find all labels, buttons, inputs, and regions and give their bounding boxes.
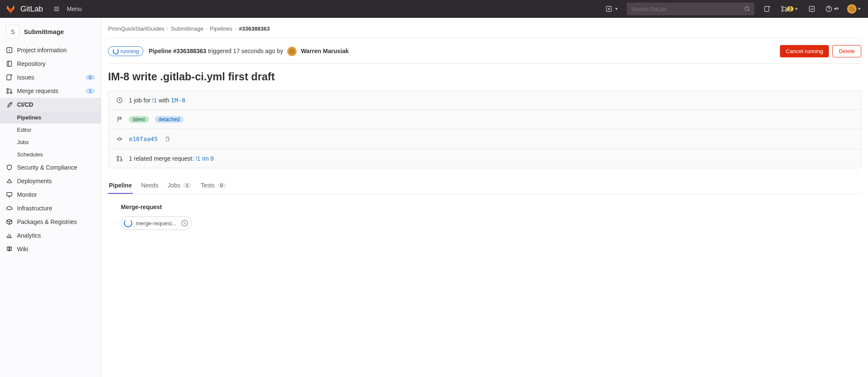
hamburger-icon[interactable] [51,3,63,15]
chevron-down-icon: ▼ [857,7,861,11]
sidebar-item-infrastructure[interactable]: Infrastructure [0,201,101,215]
breadcrumb-link[interactable]: SubmitImage [171,26,204,32]
search-input[interactable] [631,6,744,12]
repo-icon [6,60,13,67]
global-search[interactable] [627,3,754,15]
mr-count-badge: 2 [787,6,794,11]
user-name[interactable]: Warren Marusiak [301,47,348,54]
sidebar-item-packages[interactable]: Packages & Registries [0,215,101,229]
sidebar-sub-jobs[interactable]: Jobs [0,136,101,148]
tab-tests[interactable]: Tests 0 [200,179,227,194]
info-row-related-mr: 1 related merge request: !1 Im 8 [108,149,861,168]
svg-point-13 [7,92,9,94]
tab-pipeline[interactable]: Pipeline [108,179,133,194]
svg-rect-16 [7,193,12,196]
svg-point-15 [10,103,11,104]
status-badge[interactable]: running [108,46,143,56]
main-content: PmmQuickStartGuides › SubmitImage › Pipe… [101,18,868,377]
mr-link[interactable]: !1 [152,97,157,104]
sidebar-item-label: Project information [17,47,67,54]
sidebar-item-project-info[interactable]: Project information [0,43,101,57]
chevron-down-icon: ▼ [794,7,798,11]
branch-link[interactable]: IM-8 [171,97,186,104]
brand-text[interactable]: GitLab [20,5,43,14]
sidebar-item-label: Packages & Registries [17,218,77,225]
svg-point-18 [118,138,121,140]
help-icon[interactable]: ▼ [822,6,840,12]
info-row-commit: e10faa45 [108,129,861,149]
info-text: 1 related merge request: !1 Im 8 [129,155,214,162]
triggered-text: triggered 17 seconds ago by [206,47,285,54]
svg-point-21 [117,159,119,161]
chevron-down-icon: ▼ [614,7,618,11]
sidebar-item-monitor[interactable]: Monitor [0,188,101,201]
sidebar-item-wiki[interactable]: Wiki [0,242,101,256]
sidebar-item-cicd[interactable]: CI/CD [0,98,101,111]
issues-icon[interactable] [760,6,774,12]
global-header: GitLab Menu ▼ 2 ▼ ▼ ▼ [0,0,868,18]
status-text: running [120,48,139,54]
sidebar-sub-schedules[interactable]: Schedules [0,148,101,161]
info-row-tags: latest detached [108,110,861,129]
project-sidebar: S SubmitImage Project information Reposi… [0,18,101,377]
package-icon [6,218,13,225]
issues-icon [6,74,13,81]
book-icon [6,246,13,252]
chevron-right-icon: › [167,26,168,31]
svg-point-20 [117,156,119,158]
sidebar-sub-pipelines[interactable]: Pipelines [0,111,101,124]
breadcrumb-link[interactable]: Pipelines [210,26,232,32]
merge-icon [6,88,13,94]
create-new-dropdown[interactable]: ▼ [603,4,621,14]
user-avatar[interactable] [287,47,297,56]
sidebar-item-label: Merge requests [17,88,58,94]
sidebar-item-issues[interactable]: Issues 0 [0,71,101,84]
sidebar-item-repository[interactable]: Repository [0,57,101,71]
sidebar-item-label: CI/CD [17,101,33,108]
svg-point-5 [785,10,787,11]
merge-requests-icon[interactable]: 2 ▼ [777,6,802,12]
svg-point-8 [828,10,829,11]
search-icon[interactable] [744,6,750,12]
sidebar-item-analytics[interactable]: Analytics [0,229,101,242]
svg-point-1 [745,7,749,11]
job-name: merge-request... [136,220,176,227]
tag-latest: latest [129,116,149,123]
tab-needs[interactable]: Needs [140,179,159,194]
pipeline-info-card: 1 job for !1 with IM-8 latest detached e… [108,91,861,168]
gitlab-logo-icon[interactable] [5,3,16,14]
menu-label[interactable]: Menu [67,6,82,12]
user-menu[interactable]: ▼ [844,4,865,14]
merge-icon [116,155,123,162]
sidebar-sub-editor[interactable]: Editor [0,124,101,136]
user-avatar [847,4,857,14]
breadcrumb-link[interactable]: PmmQuickStartGuides [108,26,164,32]
project-header[interactable]: S SubmitImage [0,22,101,43]
svg-point-12 [7,88,9,90]
page-title: IM-8 write .gitlab-ci.yml first draft [108,64,861,91]
job-pill[interactable]: merge-request... [121,216,192,230]
pipeline-meta: Pipeline #336388363 triggered 17 seconds… [148,47,348,56]
clock-icon [116,97,123,104]
sidebar-item-label: Analytics [17,232,41,239]
sidebar-item-label: Security & Compliance [17,164,77,171]
shield-icon [6,164,13,171]
cancel-running-button[interactable]: Cancel running [780,45,829,57]
related-mr-link[interactable]: !1 Im 8 [195,155,214,162]
commit-link[interactable]: e10faa45 [129,136,157,142]
count-badge: 0 [217,183,226,188]
sidebar-item-label: Wiki [17,246,28,252]
tab-jobs[interactable]: Jobs 1 [167,179,192,194]
sidebar-item-security[interactable]: Security & Compliance [0,161,101,174]
cancel-job-icon[interactable] [181,220,188,227]
count-badge: 1 [183,183,191,188]
svg-point-3 [782,6,783,8]
delete-button[interactable]: Delete [832,45,861,57]
sidebar-item-merge-requests[interactable]: Merge requests 1 [0,84,101,98]
sidebar-item-deployments[interactable]: Deployments [0,174,101,188]
breadcrumb-current: #336388363 [239,26,270,32]
info-icon [6,47,13,54]
todos-icon[interactable] [805,6,819,12]
copy-commit-button[interactable] [163,135,171,143]
svg-rect-10 [7,61,11,66]
